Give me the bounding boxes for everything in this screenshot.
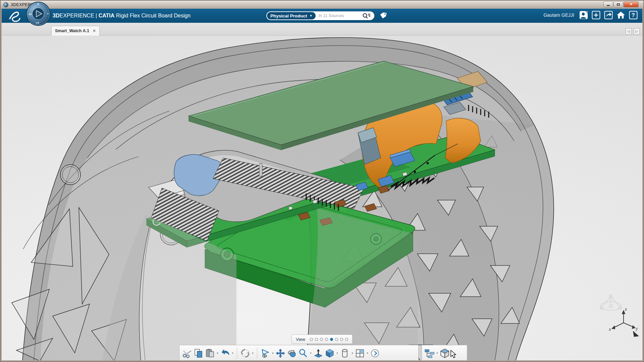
dropdown-caret[interactable]: ▾ bbox=[231, 352, 234, 355]
title-divider: | bbox=[96, 13, 97, 18]
brand-rest: EXPERIENCE bbox=[59, 13, 94, 18]
rotate-icon bbox=[287, 348, 297, 358]
section-pager-dots[interactable] bbox=[310, 338, 348, 341]
pager-dot[interactable] bbox=[340, 338, 343, 341]
render-style-icon bbox=[340, 348, 350, 358]
profile-icon bbox=[579, 11, 588, 19]
add-icon bbox=[592, 11, 600, 19]
pan-icon bbox=[275, 348, 285, 358]
minimize-button[interactable] bbox=[603, 1, 613, 7]
dropdown-caret[interactable]: ▾ bbox=[309, 352, 313, 355]
tab-scroll-left-button[interactable]: ◁ bbox=[626, 28, 632, 35]
pager-dot[interactable] bbox=[335, 338, 338, 341]
dropdown-caret[interactable]: ▾ bbox=[335, 352, 339, 355]
dropdown-caret[interactable]: ▾ bbox=[251, 352, 255, 355]
close-icon: ✕ bbox=[630, 3, 632, 6]
action-toolbar: ▾ ▾ ▾ bbox=[179, 345, 419, 360]
app-icon bbox=[3, 2, 8, 7]
3d-viewport[interactable]: View ♡ bbox=[2, 36, 642, 360]
fly-mode-button[interactable] bbox=[260, 347, 271, 359]
undo-icon bbox=[220, 348, 230, 358]
dropdown-caret[interactable]: ▾ bbox=[351, 352, 354, 355]
zoom-icon bbox=[298, 348, 308, 358]
render-style-button[interactable] bbox=[339, 347, 351, 359]
tab-bar: Smart_Watch A.1 ✕ ◁ ▷ bbox=[2, 23, 642, 36]
fly-mode-icon bbox=[260, 348, 270, 358]
pager-dot[interactable] bbox=[310, 338, 313, 341]
design-tree-icon bbox=[424, 348, 435, 358]
search-scope-dropdown[interactable]: Physical Product ▼ bbox=[267, 12, 316, 19]
add-button[interactable] bbox=[592, 11, 600, 19]
more-commands-button[interactable] bbox=[369, 347, 381, 359]
rotate-button[interactable] bbox=[286, 347, 298, 359]
maximize-button[interactable] bbox=[613, 1, 623, 7]
pan-button[interactable] bbox=[275, 347, 286, 359]
profile-button[interactable] bbox=[579, 11, 588, 19]
compass-button[interactable]: 3D V.R bbox=[26, 1, 51, 26]
dropdown-caret[interactable]: ▾ bbox=[271, 352, 275, 355]
tab-close-icon[interactable]: ✕ bbox=[93, 28, 96, 33]
view-section-pill[interactable]: View bbox=[291, 335, 353, 344]
share-icon bbox=[604, 11, 613, 19]
more-commands-icon bbox=[370, 349, 380, 358]
guide-pin bbox=[259, 163, 262, 177]
compass-3d-label: 3D bbox=[29, 13, 32, 16]
tab-scroll-right-button[interactable]: ▷ bbox=[634, 28, 640, 35]
cut-button[interactable] bbox=[181, 347, 193, 359]
toolbar-separator bbox=[237, 348, 237, 359]
search-input[interactable]: Physical Product ▼ In 11 Sources bbox=[266, 11, 374, 20]
dropdown-caret[interactable]: ▾ bbox=[366, 352, 369, 355]
axis-z-label: z bbox=[625, 306, 627, 312]
normal-view-icon bbox=[313, 348, 323, 358]
user-name[interactable]: Gautam GEJJI bbox=[543, 12, 574, 18]
search-icon[interactable] bbox=[362, 13, 371, 19]
pager-dot[interactable] bbox=[315, 338, 318, 341]
iso-view-button[interactable] bbox=[324, 347, 335, 359]
mouse-cursor bbox=[450, 350, 457, 359]
design-tree-button[interactable] bbox=[424, 347, 435, 359]
favorites-heart-icon[interactable]: ♡ bbox=[355, 335, 361, 344]
multi-view-button[interactable] bbox=[354, 347, 366, 359]
undo-button[interactable] bbox=[219, 347, 231, 359]
smart-watch-model[interactable] bbox=[2, 36, 642, 360]
pager-dot[interactable] bbox=[325, 338, 328, 341]
help-button[interactable]: ? bbox=[629, 11, 638, 19]
application-title: 3DEXPERIENCE | CATIA Rigid Flex Circuit … bbox=[53, 13, 191, 19]
help-glyph: ? bbox=[632, 12, 635, 18]
home-button[interactable] bbox=[616, 11, 625, 19]
axis-x-label: x bbox=[608, 326, 611, 332]
help-icon: ? bbox=[629, 11, 638, 19]
corner-pointer bbox=[633, 331, 639, 337]
multi-view-icon bbox=[355, 348, 365, 358]
copy-button[interactable] bbox=[193, 347, 204, 359]
window-titlebar[interactable]: 3DEXPERIENCE ✕ bbox=[1, 1, 643, 9]
paste-icon bbox=[205, 348, 215, 358]
brand-bold: 3D bbox=[53, 13, 59, 18]
iso-view-icon bbox=[325, 348, 335, 358]
tags-icon[interactable] bbox=[379, 12, 387, 20]
workbench-name: Rigid Flex Circuit Board Design bbox=[116, 13, 191, 18]
normal-view-button[interactable] bbox=[313, 347, 324, 359]
dropdown-caret[interactable]: ▾ bbox=[216, 352, 219, 355]
paste-button[interactable] bbox=[204, 347, 216, 359]
maximize-icon bbox=[617, 3, 620, 6]
cut-icon bbox=[182, 348, 192, 358]
update-icon bbox=[240, 348, 250, 358]
pager-dot[interactable] bbox=[320, 338, 323, 341]
axis-y-label: y bbox=[635, 326, 638, 331]
pager-dot-active[interactable] bbox=[330, 338, 333, 341]
zoom-button[interactable] bbox=[298, 347, 309, 359]
share-button[interactable] bbox=[604, 11, 613, 19]
tab-smart-watch[interactable]: Smart_Watch A.1 ✕ bbox=[51, 26, 100, 36]
search-scope-value: Physical Product bbox=[270, 13, 307, 18]
explore-3d-button[interactable] bbox=[439, 347, 450, 359]
3ds-logo bbox=[6, 10, 24, 22]
pager-dot[interactable] bbox=[345, 338, 348, 341]
close-button[interactable]: ✕ bbox=[624, 1, 639, 7]
tab-label: Smart_Watch A.1 bbox=[55, 28, 89, 33]
copy-icon bbox=[194, 348, 204, 358]
toolbar-separator bbox=[257, 348, 257, 359]
home-icon bbox=[616, 11, 625, 19]
update-button[interactable] bbox=[239, 347, 251, 359]
dropdown-caret[interactable]: ▾ bbox=[435, 352, 439, 355]
